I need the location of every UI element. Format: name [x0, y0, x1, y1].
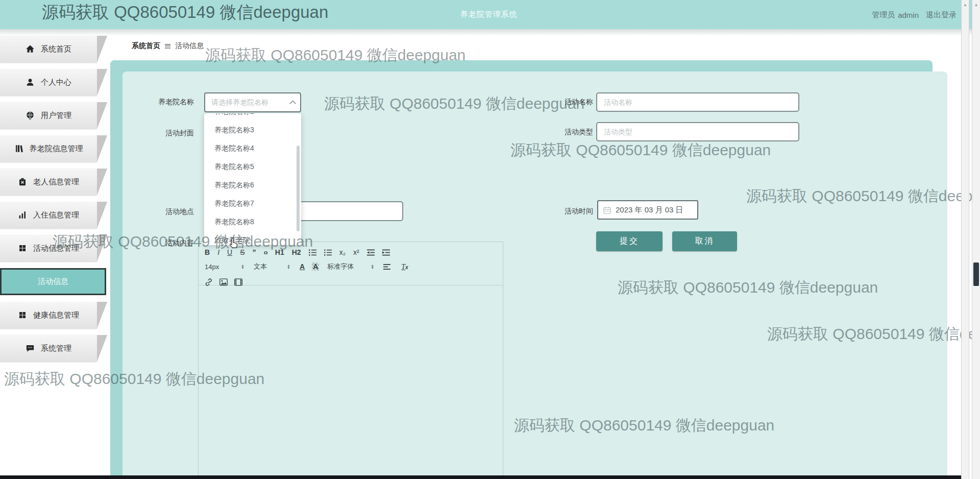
page-scrollbar[interactable]: ▲ — [972, 0, 980, 479]
font-family-value: 标准字体 — [327, 262, 354, 271]
sidebar-item-label: 养老院信息管理 — [30, 144, 83, 154]
image-icon[interactable] — [219, 278, 228, 286]
ordered-list-icon[interactable] — [309, 249, 316, 256]
updown-caret-icon: ▲▼ — [371, 264, 374, 269]
logout-link[interactable]: 退出登录 — [926, 10, 957, 20]
cancel-button[interactable]: 取消 — [672, 231, 737, 251]
blockquote-icon[interactable]: ” — [252, 250, 256, 255]
outdent-icon[interactable] — [367, 249, 375, 256]
heading1-icon[interactable]: H1 — [275, 248, 284, 256]
inner-scrollbar[interactable]: ▲ — [961, 0, 969, 479]
sidebar-item-label: 老人信息管理 — [33, 177, 79, 187]
user-icon — [26, 78, 35, 87]
app-title: 养老院管理系统 — [460, 10, 518, 19]
sidebar-item-label: 个人中心 — [41, 78, 71, 87]
calendar-icon — [603, 206, 611, 214]
nursing-home-label: 养老院名称 — [132, 98, 194, 107]
submit-button[interactable]: 提交 — [596, 231, 663, 251]
dropdown-option[interactable]: 养老院名称2 — [204, 113, 301, 121]
activity-time-label: 活动时间 — [531, 207, 593, 216]
sidebar-item-label: 入住信息管理 — [33, 210, 79, 220]
bold-icon[interactable]: B — [205, 248, 210, 256]
grid-icon — [18, 244, 27, 253]
code-icon[interactable]: ‹› — [263, 248, 267, 256]
heading2-icon[interactable]: H2 — [292, 248, 301, 256]
breadcrumb-list-icon — [165, 44, 170, 49]
nursing-home-placeholder: 请选择养老院名称 — [211, 98, 268, 107]
activity-name-label: 活动名称 — [531, 98, 593, 107]
activity-time-value: 2023 年 03 月 03 日 — [616, 205, 683, 215]
place-label: 活动地点 — [132, 207, 194, 217]
font-size-select[interactable]: 14px ▲▼ — [205, 263, 244, 271]
font-size-value: 14px — [205, 263, 219, 271]
rich-text-editor: B I U S ” ‹› H1 H2 x₂ x² 14px ▲▼ 文本 ▲▼ A — [198, 242, 503, 479]
sidebar-subitem-activity-info-active[interactable]: 活动信息 — [0, 268, 106, 295]
bar-chart-icon — [18, 210, 27, 220]
underline-icon[interactable]: U — [227, 248, 232, 256]
sidebar-item-label: 系统管理 — [41, 344, 71, 353]
breadcrumb-home[interactable]: 系统首页 — [132, 41, 160, 51]
updown-caret-icon: ▲▼ — [287, 264, 290, 269]
indent-icon[interactable] — [382, 249, 390, 256]
text-style-value: 文本 — [254, 262, 267, 271]
sidebar-item-label: 系统首页 — [41, 44, 71, 54]
sidebar-item-users[interactable]: 用户管理 — [0, 102, 97, 129]
activity-type-label: 活动类型 — [531, 128, 593, 137]
sidebar-item-label: 健康信息管理 — [33, 310, 79, 320]
sidebar-item-system-mgmt[interactable]: 系统管理 — [0, 335, 97, 362]
link-icon[interactable] — [205, 278, 213, 286]
sidebar-active-label: 活动信息 — [38, 277, 68, 286]
video-icon[interactable] — [234, 278, 242, 286]
scrollbar-thumb[interactable] — [973, 262, 979, 286]
editor-content-area[interactable] — [199, 285, 503, 478]
nursing-home-dropdown: 养老院名称2 养老院名称3 养老院名称4 养老院名称5 养老院名称6 养老院名称… — [204, 113, 301, 245]
username: admin — [898, 11, 919, 19]
sidebar-item-health-info[interactable]: 健康信息管理 — [0, 302, 97, 328]
subscript-icon[interactable]: x₂ — [339, 248, 346, 256]
home-icon — [26, 44, 35, 54]
nursing-home-select[interactable]: 请选择养老院名称 — [204, 92, 301, 112]
strikethrough-icon[interactable]: S — [240, 248, 244, 256]
dropdown-option[interactable]: 养老院名称4 — [204, 139, 301, 157]
clear-format-icon[interactable]: Tx — [401, 262, 408, 271]
sidebar-item-profile[interactable]: 个人中心 — [0, 69, 97, 95]
sidebar-item-activity-info-mgmt[interactable]: 活动信息管理 — [0, 235, 97, 261]
activity-time-picker[interactable]: 2023 年 03 月 03 日 — [597, 200, 698, 220]
activity-name-input[interactable] — [596, 92, 799, 112]
activity-type-input[interactable] — [596, 122, 799, 141]
grid-icon — [18, 310, 27, 320]
sidebar-item-label: 用户管理 — [41, 111, 71, 121]
dropdown-option[interactable]: 养老院名称8 — [204, 212, 301, 231]
header-bar: 养老院管理系统 管理员 admin 退出登录 — [0, 0, 980, 29]
dropdown-option[interactable]: 养老院名称6 — [204, 176, 301, 194]
dropdown-scrollbar-thumb[interactable] — [297, 146, 300, 231]
chevron-up-icon — [289, 100, 296, 107]
cover-label: 活动封面 — [132, 129, 194, 138]
sidebar-item-nursing-home-info[interactable]: 养老院信息管理 — [0, 135, 97, 162]
dropdown-option[interactable]: 养老院名称7 — [204, 194, 301, 212]
unordered-list-icon[interactable] — [324, 249, 332, 256]
sidebar-item-elderly-info[interactable]: 老人信息管理 — [0, 169, 97, 195]
superscript-icon[interactable]: x² — [353, 248, 359, 256]
dropdown-option[interactable]: 欣欣养老院 — [204, 231, 301, 245]
dropdown-option[interactable]: 养老院名称3 — [204, 121, 301, 139]
comment-icon — [26, 344, 35, 353]
italic-icon[interactable]: I — [217, 248, 219, 256]
text-color-icon[interactable]: A — [300, 262, 305, 271]
sidebar-item-home[interactable]: 系统首页 — [0, 36, 97, 62]
archive-x-icon — [18, 177, 27, 186]
highlight-color-icon[interactable]: A — [312, 262, 319, 271]
dropdown-option[interactable]: 养老院名称5 — [204, 157, 301, 176]
user-role-label: 管理员 — [872, 10, 895, 20]
bottom-black-bar — [0, 475, 963, 479]
align-icon[interactable] — [383, 264, 391, 270]
globe-icon — [26, 111, 35, 120]
sidebar-item-label: 活动信息管理 — [33, 244, 79, 253]
updown-caret-icon: ▲▼ — [241, 264, 244, 269]
scroll-up-arrow-icon[interactable]: ▲ — [962, 0, 969, 7]
library-icon — [14, 144, 23, 153]
sidebar-item-checkin-info[interactable]: 入住信息管理 — [0, 202, 97, 228]
scroll-up-arrow-icon[interactable]: ▲ — [972, 0, 980, 7]
font-family-select[interactable]: 标准字体 ▲▼ — [327, 262, 374, 271]
text-style-select[interactable]: 文本 ▲▼ — [254, 262, 290, 271]
